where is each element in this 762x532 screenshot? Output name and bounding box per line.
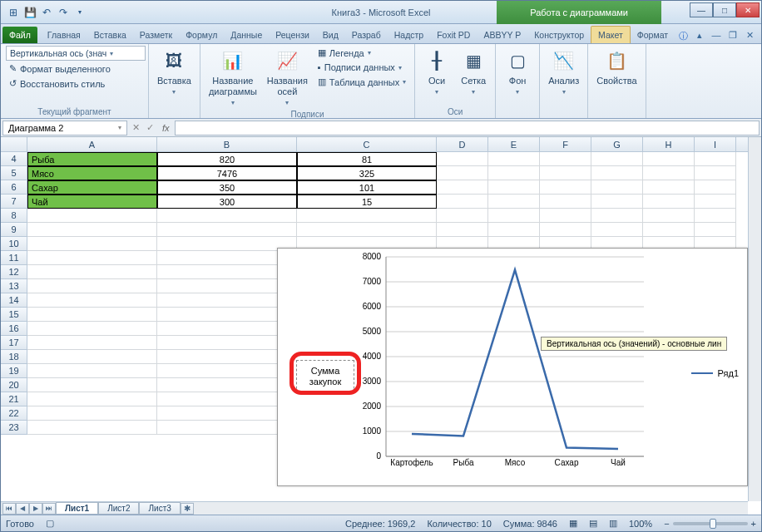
cell[interactable] xyxy=(643,166,695,180)
cell[interactable] xyxy=(695,209,736,223)
cell[interactable]: Сахар xyxy=(27,180,157,195)
tab-design[interactable]: Конструктор xyxy=(527,27,591,43)
cell[interactable] xyxy=(591,180,643,195)
cell[interactable] xyxy=(695,223,736,237)
cell[interactable] xyxy=(591,166,643,180)
row-header[interactable]: 12 xyxy=(1,265,27,279)
row-header[interactable]: 19 xyxy=(1,364,27,378)
col-header-A[interactable]: A xyxy=(27,137,157,151)
cell[interactable] xyxy=(157,378,297,392)
cell[interactable] xyxy=(157,336,297,350)
tab-review[interactable]: Рецензи xyxy=(269,27,316,43)
col-header-F[interactable]: F xyxy=(540,137,591,151)
cell[interactable] xyxy=(695,152,736,166)
tab-layout[interactable]: Макет xyxy=(591,26,631,43)
name-box[interactable]: Диаграмма 2▾ xyxy=(2,121,127,135)
legend-button[interactable]: ▦Легенда xyxy=(314,46,409,60)
cell[interactable] xyxy=(157,251,297,265)
tab-insert[interactable]: Вставка xyxy=(87,27,133,43)
cell[interactable]: Мясо xyxy=(27,166,157,180)
cell[interactable] xyxy=(540,223,591,237)
col-header-G[interactable]: G xyxy=(591,137,643,151)
insert-button[interactable]: 🖼Вставка xyxy=(154,46,195,98)
zoom-in-button[interactable]: + xyxy=(751,519,756,529)
cancel-icon[interactable]: ✕ xyxy=(129,122,143,133)
cell[interactable] xyxy=(157,322,297,336)
cell[interactable] xyxy=(297,223,437,237)
row-header[interactable]: 6 xyxy=(1,180,27,195)
properties-button[interactable]: 📋Свойства xyxy=(593,46,640,88)
cell[interactable] xyxy=(488,195,540,209)
cell[interactable]: 101 xyxy=(297,180,437,195)
chart-legend[interactable]: Ряд1 xyxy=(691,368,739,378)
row-header[interactable]: 22 xyxy=(1,406,27,421)
close-button[interactable]: ✕ xyxy=(736,2,760,17)
cell[interactable]: 15 xyxy=(297,195,437,209)
tab-file[interactable]: Файл xyxy=(2,27,37,43)
row-header[interactable]: 15 xyxy=(1,308,27,322)
qat-more-icon[interactable]: ▾ xyxy=(72,5,87,20)
col-header-H[interactable]: H xyxy=(643,137,695,151)
enter-icon[interactable]: ✓ xyxy=(143,122,157,133)
cell[interactable] xyxy=(27,406,157,421)
row-header[interactable]: 20 xyxy=(1,378,27,392)
tab-nav-last[interactable]: ⏭ xyxy=(42,503,56,515)
cell[interactable] xyxy=(643,180,695,195)
redo-icon[interactable]: ↷ xyxy=(56,5,71,20)
cell[interactable] xyxy=(157,308,297,322)
cell[interactable] xyxy=(488,166,540,180)
chart-plot-area[interactable] xyxy=(386,257,644,465)
cell[interactable] xyxy=(27,421,157,435)
cell[interactable] xyxy=(27,308,157,322)
doc-restore-button[interactable]: ❐ xyxy=(726,30,740,42)
row-header[interactable]: 23 xyxy=(1,421,27,435)
cell[interactable] xyxy=(157,293,297,308)
cell[interactable] xyxy=(488,152,540,166)
zoom-slider[interactable] xyxy=(673,522,748,525)
sheet-tab-2[interactable]: Лист2 xyxy=(98,502,139,515)
row-header[interactable]: 11 xyxy=(1,251,27,265)
view-pagebreak-icon[interactable]: ▥ xyxy=(609,518,617,529)
row-header[interactable]: 21 xyxy=(1,392,27,406)
cell[interactable] xyxy=(437,152,488,166)
cell[interactable] xyxy=(157,223,297,237)
help-icon[interactable]: ⓘ xyxy=(676,30,690,42)
cell[interactable] xyxy=(27,251,157,265)
tab-format[interactable]: Формат xyxy=(631,27,675,43)
col-header-C[interactable]: C xyxy=(297,137,437,151)
cell[interactable] xyxy=(540,152,591,166)
cell[interactable] xyxy=(157,350,297,364)
row-header[interactable]: 5 xyxy=(1,166,27,180)
cell[interactable] xyxy=(27,237,157,251)
cell[interactable] xyxy=(27,293,157,308)
doc-minimize-button[interactable]: — xyxy=(710,30,723,42)
cell[interactable] xyxy=(27,223,157,237)
save-icon[interactable]: 💾 xyxy=(22,5,37,20)
cell[interactable] xyxy=(157,265,297,279)
cell[interactable] xyxy=(157,237,297,251)
tab-addins[interactable]: Надстр xyxy=(388,27,430,43)
row-header[interactable]: 16 xyxy=(1,322,27,336)
tab-nav-first[interactable]: ⏮ xyxy=(2,503,16,515)
ribbon-minimize-icon[interactable]: ▴ xyxy=(693,30,706,42)
row-header[interactable]: 9 xyxy=(1,223,27,237)
axes-button[interactable]: ╂Оси xyxy=(420,46,453,98)
cell[interactable] xyxy=(488,209,540,223)
cell[interactable] xyxy=(540,209,591,223)
format-selection-button[interactable]: ✎Формат выделенного xyxy=(6,62,146,76)
sheet-tab-1[interactable]: Лист1 xyxy=(56,502,98,515)
cell[interactable] xyxy=(643,195,695,209)
gridlines-button[interactable]: ▦Сетка xyxy=(457,46,490,98)
cell[interactable] xyxy=(157,392,297,406)
axis-title-textbox[interactable]: Сумма закупок xyxy=(296,360,354,393)
cell[interactable]: 7476 xyxy=(157,166,297,180)
cell[interactable] xyxy=(540,180,591,195)
cell[interactable] xyxy=(643,209,695,223)
cell[interactable] xyxy=(437,209,488,223)
row-header[interactable]: 17 xyxy=(1,336,27,350)
tab-abbyy[interactable]: ABBYY P xyxy=(477,27,527,43)
cell[interactable] xyxy=(27,378,157,392)
cell[interactable] xyxy=(157,421,297,435)
view-pagelayout-icon[interactable]: ▤ xyxy=(589,518,597,529)
cell[interactable] xyxy=(27,364,157,378)
